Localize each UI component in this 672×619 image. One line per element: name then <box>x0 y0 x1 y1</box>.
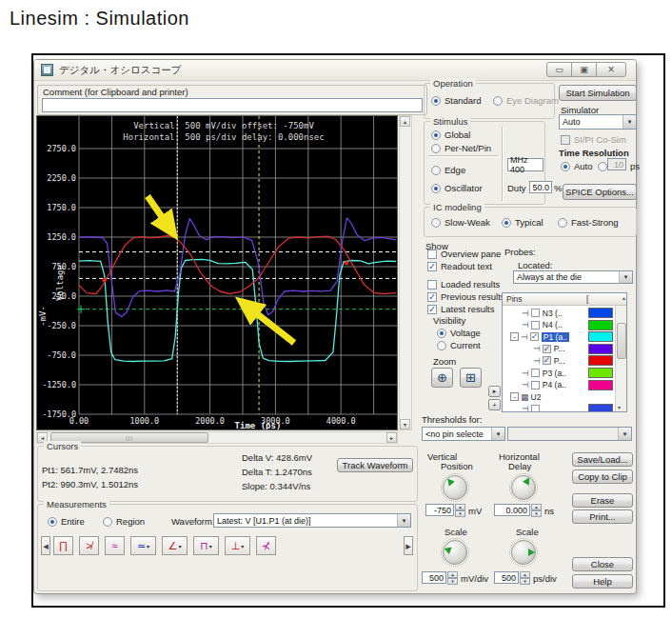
vertical-scale-value[interactable]: 500 <box>422 571 446 584</box>
save-load-button[interactable]: Save/Load... <box>572 452 633 467</box>
pin-checkbox-icon[interactable] <box>530 332 539 341</box>
waveform-svg[interactable]: Vertical: 500 mV/div offset: -750mVHoriz… <box>37 116 397 429</box>
faststrong-radio-icon[interactable] <box>558 218 567 228</box>
close-dialog-button[interactable]: Close <box>572 557 633 571</box>
pin-label[interactable]: P3 (a.. <box>543 369 566 378</box>
timefixed-radio-icon[interactable] <box>598 162 607 171</box>
global-radio-icon[interactable] <box>431 130 441 140</box>
pin-label[interactable]: P... <box>554 356 565 366</box>
pin-color-swatch[interactable] <box>588 355 613 366</box>
frequency-input[interactable]: MHz 400 <box>507 158 544 171</box>
radio-slow-weak[interactable]: Slow-Weak <box>431 217 490 228</box>
timeauto-radio-icon[interactable] <box>561 162 570 171</box>
pin-color-swatch[interactable] <box>588 344 613 354</box>
maximize-button[interactable]: ▣ <box>571 62 597 77</box>
tree-expander-icon[interactable]: - <box>510 332 519 341</box>
horizontal-scale-value[interactable]: 500 <box>494 571 519 584</box>
measure-tool-3[interactable]: ≈ <box>105 536 125 555</box>
plot-hscrollbar[interactable]: ◂ ▸ ||| <box>36 431 398 444</box>
tree-expander-icon[interactable]: - <box>510 392 519 401</box>
purple-waveform[interactable] <box>79 218 396 317</box>
vscale-spinner[interactable]: ▴▾ <box>447 571 458 584</box>
pin-row-u2[interactable]: -▦U2 <box>503 390 615 403</box>
pin-color-swatch[interactable] <box>588 331 613 342</box>
standard-radio-icon[interactable] <box>431 96 441 106</box>
pin-label[interactable]: N4 (.. <box>543 320 563 329</box>
zoom-in-button[interactable]: ⊕ <box>431 368 453 388</box>
pins-scroll-thumb[interactable] <box>617 323 626 359</box>
pin-label[interactable]: P4 (a.. <box>543 380 566 389</box>
list-scroll-up-icon[interactable]: ▴ <box>623 294 625 301</box>
comment-input[interactable] <box>42 98 423 112</box>
vertical-position-knob[interactable] <box>441 473 469 502</box>
radio-oscillator[interactable]: Oscillator <box>431 183 483 193</box>
chevron-down-icon[interactable]: ▾ <box>397 514 410 527</box>
radio-per-net-pin[interactable]: Per-Net/Pin <box>431 143 491 153</box>
pins-add-button[interactable]: + <box>488 399 501 410</box>
checkbox-icon[interactable] <box>427 305 437 314</box>
pins-scrollbar[interactable]: ▾ <box>615 306 626 411</box>
scroll-right-icon[interactable]: ▸ <box>386 432 397 443</box>
chevron-down-icon[interactable]: ▾ <box>147 543 149 549</box>
scroll-down-icon[interactable]: ▾ <box>400 419 410 429</box>
measure-tool-8[interactable]: ⊀ <box>256 536 276 555</box>
duty-input[interactable]: 50.0 <box>529 181 552 193</box>
checkbox-overview-pane[interactable]: Overview pane <box>427 249 501 259</box>
pin-label[interactable]: P... <box>554 344 565 353</box>
radio-voltage[interactable]: Voltage <box>437 328 481 338</box>
entire-radio-icon[interactable] <box>48 517 57 527</box>
measure-tool-4[interactable]: ≃▾ <box>130 536 156 555</box>
zoom-fit-button[interactable]: ⊞ <box>460 368 482 388</box>
pin-label[interactable]: N3 (.. <box>543 309 563 318</box>
print-button[interactable]: Print... <box>572 509 633 524</box>
measure-tool-1[interactable]: ∏ <box>53 536 73 555</box>
checkbox-icon[interactable] <box>427 250 437 259</box>
voltage-radio-icon[interactable] <box>437 329 446 338</box>
slowweak-radio-icon[interactable] <box>431 218 441 228</box>
pin-row-p1a[interactable]: -⊣P1 (a.. <box>503 330 615 343</box>
chevron-down-icon[interactable]: ▾ <box>209 543 212 549</box>
radio-current[interactable]: Current <box>437 340 481 350</box>
help-button[interactable]: Help <box>572 574 633 589</box>
checkbox-icon[interactable] <box>427 292 437 302</box>
radio-entire[interactable]: Entire <box>48 516 85 527</box>
pin-checkbox-icon[interactable] <box>531 405 540 412</box>
track-waveform-button[interactable]: Track Waveform <box>337 458 413 472</box>
pins-list[interactable]: Pins [ ▴ ⊣N3 (..⊣N4 (..-⊣P1 (a..⊣P...⊣P.… <box>502 292 627 412</box>
checkbox-readout-text[interactable]: Readout text <box>427 261 492 271</box>
measure-tool-5[interactable]: ∠▾ <box>162 536 188 555</box>
oscilloscope-plot[interactable]: Vertical: 500 mV/div offset: -750mVHoriz… <box>36 115 398 430</box>
edge-radio-icon[interactable] <box>431 166 441 175</box>
scroll-up-icon[interactable]: ▴ <box>400 116 410 127</box>
pin-checkbox-icon[interactable] <box>543 345 551 353</box>
pin-row-p3a[interactable]: ⊣P3 (a.. <box>503 367 615 379</box>
checkbox-latest-results[interactable]: Latest results <box>427 304 495 314</box>
vertical-position-value[interactable]: -750 <box>425 504 454 516</box>
hdelay-spinner[interactable]: ▴▾ <box>531 504 542 516</box>
checkbox-icon[interactable] <box>427 280 437 290</box>
checkbox-loaded-results[interactable]: Loaded results <box>427 279 500 290</box>
located-dropdown[interactable]: Always at the die▾ <box>513 270 633 284</box>
typical-radio-icon[interactable] <box>502 218 511 228</box>
radio-time-auto[interactable]: Auto <box>561 161 593 171</box>
horizontal-delay-knob[interactable] <box>509 473 538 502</box>
red-waveform[interactable] <box>79 236 396 294</box>
spice-options-button[interactable]: SPICE Options... <box>563 184 637 200</box>
pin-checkbox-icon[interactable] <box>531 369 540 377</box>
radio-edge[interactable]: Edge <box>431 165 465 175</box>
radio-standard[interactable]: Standard <box>431 95 482 106</box>
checkbox-icon[interactable] <box>427 262 437 271</box>
pin-checkbox-icon[interactable] <box>531 381 540 389</box>
vpos-spinner[interactable]: ▴▾ <box>455 504 465 516</box>
radio-global[interactable]: Global <box>431 130 470 140</box>
measure-tool-2[interactable]: ≯ <box>79 536 99 555</box>
plot-vscrollbar[interactable]: ▴ ▾ <box>399 115 412 430</box>
start-simulation-button[interactable]: Start Simulation <box>559 85 637 101</box>
vertical-scale-knob[interactable] <box>441 538 469 567</box>
region-radio-icon[interactable] <box>103 517 112 527</box>
chevron-down-icon[interactable]: ▾ <box>619 271 632 283</box>
current-radio-icon[interactable] <box>437 341 446 350</box>
chevron-down-icon[interactable]: ▾ <box>623 115 636 129</box>
pin-color-swatch[interactable] <box>588 380 613 390</box>
pin-label[interactable]: P1 (a.. <box>542 332 569 342</box>
